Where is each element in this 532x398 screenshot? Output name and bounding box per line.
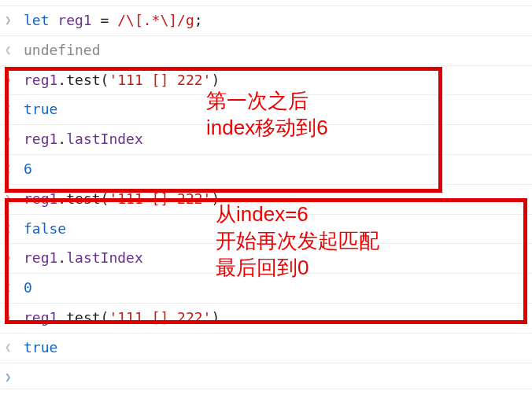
console-line: let reg1 = /\[.*\]/g; (0, 6, 532, 36)
annotation-text-1-line1: 第一次之后 (206, 89, 308, 112)
annotation-text-2-line2: 开始再次发起匹配 (216, 229, 379, 252)
console-line (0, 363, 532, 389)
console-line: undefined (0, 36, 532, 66)
console-line: true (0, 334, 532, 363)
annotation-text-1: 第一次之后 index移动到6 (206, 88, 328, 142)
annotation-text-2-line3: 最后回到0 (216, 256, 308, 279)
code-text: true (24, 337, 527, 359)
annotation-text-1-line2: index移动到6 (206, 116, 328, 139)
console-output: let reg1 = /\[.*\]/g;undefinedreg1.test(… (0, 0, 532, 389)
console-line (0, 0, 532, 6)
annotation-text-2-line1: 从index=6 (216, 202, 308, 226)
prompt-in-icon (5, 9, 24, 28)
annotation-text-2: 从index=6 开始再次发起匹配 最后回到0 (216, 201, 379, 281)
prompt-icon (5, 367, 24, 385)
prompt-out-icon (5, 39, 24, 58)
prompt-out-icon (5, 337, 24, 356)
code-text: let reg1 = /\[.*\]/g; (24, 9, 527, 32)
code-text: undefined (24, 39, 527, 62)
